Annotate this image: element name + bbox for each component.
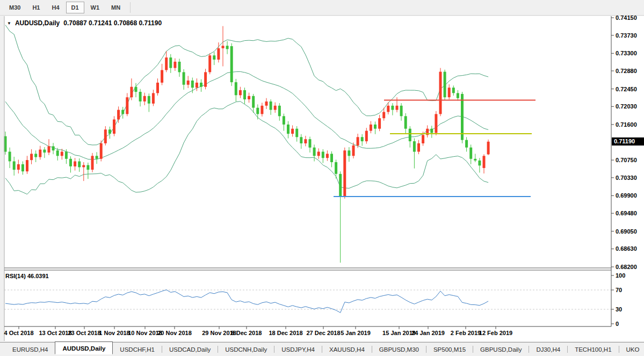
timeframe-button-m30[interactable]: M30 bbox=[4, 2, 26, 13]
candle-body bbox=[56, 150, 59, 156]
candle-body bbox=[121, 110, 124, 114]
candle-body bbox=[34, 154, 37, 157]
candle-body bbox=[173, 62, 176, 68]
date-axis-label: 4 Oct 2018 bbox=[4, 330, 33, 336]
candle-body bbox=[422, 135, 424, 143]
candle-body bbox=[317, 152, 320, 156]
price-axis-label: 0.69900 bbox=[616, 192, 637, 199]
chart-svg[interactable] bbox=[0, 0, 644, 356]
timeframe-button-d1[interactable]: D1 bbox=[66, 2, 84, 13]
symbol-tab-eurusd-h4[interactable]: EURUSD,H4 bbox=[5, 344, 55, 355]
rsi-axis-label: 70 bbox=[616, 286, 622, 294]
price-axis-label: 0.68630 bbox=[616, 245, 637, 252]
chart-ohlc-values: 0.70887 0.71241 0.70868 0.71190 bbox=[63, 19, 162, 27]
date-axis-label: 18 Dec 2018 bbox=[269, 330, 303, 336]
candle-body bbox=[339, 174, 342, 196]
candle-body bbox=[78, 162, 81, 168]
symbol-tab-audusd-daily[interactable]: AUDUSD,Daily bbox=[55, 342, 113, 354]
candle-body bbox=[82, 165, 85, 168]
candle-body bbox=[283, 116, 285, 125]
current-price-tag: 0.71190 bbox=[612, 137, 644, 146]
candle-body bbox=[52, 146, 55, 150]
timeframe-button-h1[interactable]: H1 bbox=[27, 2, 45, 13]
candle-body bbox=[487, 142, 490, 155]
timeframe-button-h4[interactable]: H4 bbox=[46, 2, 64, 13]
symbol-tab-dj30-h4[interactable]: DJ30,H4 bbox=[529, 344, 567, 355]
candle-body bbox=[65, 152, 68, 159]
candle-body bbox=[187, 81, 190, 85]
candle-body bbox=[165, 57, 168, 70]
date-axis-label: 1 Nov 2018 bbox=[99, 330, 129, 336]
symbol-tab-usdcad-daily[interactable]: USDCAD,Daily bbox=[162, 344, 218, 355]
candle-body bbox=[43, 150, 46, 153]
candle-body bbox=[113, 120, 115, 134]
candle-body bbox=[156, 83, 159, 93]
candle-body bbox=[130, 87, 133, 98]
candle-body bbox=[400, 106, 403, 117]
candle-body bbox=[348, 150, 350, 156]
candle-body bbox=[404, 116, 407, 128]
candle-body bbox=[178, 62, 181, 72]
candle-body bbox=[239, 90, 242, 95]
candle-body bbox=[478, 161, 481, 165]
candle-body bbox=[191, 81, 194, 88]
candle-body bbox=[452, 88, 455, 93]
candle-body bbox=[248, 96, 250, 99]
candle-body bbox=[222, 46, 225, 48]
candle-body bbox=[343, 150, 346, 196]
chart-dropdown-icon[interactable]: ▼ bbox=[7, 21, 11, 26]
candle-body bbox=[274, 106, 277, 110]
candle-body bbox=[108, 129, 111, 134]
timeframe-button-w1[interactable]: W1 bbox=[85, 2, 105, 13]
candle-body bbox=[435, 114, 437, 133]
timeframe-toolbar: M30H1H4D1W1MN bbox=[0, 0, 644, 16]
candle-body bbox=[391, 106, 394, 110]
candle-body bbox=[430, 129, 433, 133]
candle-body bbox=[417, 143, 420, 152]
symbol-tab-usdcnh-daily[interactable]: USDCNH,Daily bbox=[218, 344, 274, 355]
trading-terminal-window: M30H1H4D1W1MN ▼ AUDUSD,Daily 0.70887 0.7… bbox=[0, 0, 644, 356]
candle-body bbox=[117, 110, 120, 120]
candle-body bbox=[304, 139, 307, 143]
candle-body bbox=[226, 46, 229, 49]
date-axis-label: 27 Dec 2018 bbox=[307, 330, 341, 336]
symbol-tab-sp500-m15[interactable]: SP500,M15 bbox=[426, 344, 473, 355]
symbol-tab-usdjpy-h4[interactable]: USDJPY,H4 bbox=[274, 344, 322, 355]
date-axis-label: 5 Jan 2019 bbox=[341, 330, 371, 336]
candle-body bbox=[96, 156, 98, 159]
date-axis-label: 15 Jan 2019 bbox=[382, 330, 416, 336]
symbol-tab-xauusd-h4[interactable]: XAUUSD,H4 bbox=[322, 344, 372, 355]
symbol-tab-tech100-h1[interactable]: TECH100,H1 bbox=[568, 344, 618, 355]
candle-body bbox=[474, 159, 476, 161]
candle-body bbox=[270, 101, 272, 110]
symbol-tab-uko[interactable]: UKO bbox=[619, 344, 644, 355]
candle-body bbox=[287, 125, 290, 134]
chart-background bbox=[4, 16, 644, 341]
candle-body bbox=[230, 46, 233, 82]
candle-body bbox=[300, 137, 302, 143]
candle-body bbox=[444, 72, 446, 98]
candle-body bbox=[104, 129, 107, 143]
candle-body bbox=[352, 146, 355, 156]
candle-body bbox=[330, 154, 333, 162]
candle-body bbox=[361, 137, 364, 141]
candle-body bbox=[100, 143, 103, 159]
symbol-tab-usdchf-h1[interactable]: USDCHF,H1 bbox=[113, 344, 162, 355]
symbol-tab-gbpusd-daily[interactable]: GBPUSD,Daily bbox=[473, 344, 529, 355]
candle-body bbox=[370, 125, 372, 131]
timeframe-button-mn[interactable]: MN bbox=[106, 2, 126, 13]
candle-body bbox=[39, 150, 41, 157]
candle-body bbox=[26, 160, 28, 171]
candle-body bbox=[409, 129, 411, 141]
symbol-tab-gbpusd-m30[interactable]: GBPUSD,M30 bbox=[372, 344, 426, 355]
candle-body bbox=[48, 146, 50, 152]
candle-body bbox=[326, 154, 329, 158]
candle-body bbox=[126, 97, 128, 114]
candle-body bbox=[295, 129, 298, 137]
candle-body bbox=[13, 162, 16, 170]
candle-body bbox=[378, 118, 381, 129]
candle-body bbox=[387, 106, 389, 112]
price-axis-label: 0.69480 bbox=[616, 209, 637, 217]
candle-body bbox=[335, 162, 337, 174]
candle-body bbox=[357, 137, 359, 146]
